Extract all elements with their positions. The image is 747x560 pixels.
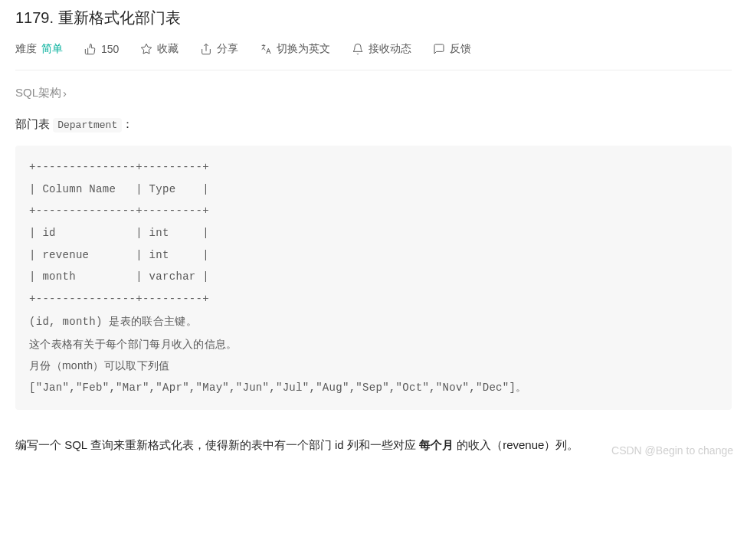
para-bold: 每个月 — [419, 438, 454, 451]
translate-button[interactable]: 切换为英文 — [260, 42, 330, 56]
schema-code-block: +---------------+---------+ | Column Nam… — [15, 146, 732, 410]
para-text: 的收入（revenue）列。 — [454, 438, 578, 451]
schema-months: ["Jan","Feb","Mar","Apr","May","Jun","Ju… — [29, 377, 718, 399]
sql-schema-link[interactable]: SQL架构 › — [15, 86, 67, 100]
subscribe-label: 接收动态 — [369, 42, 411, 56]
watermark: CSDN @Begin to change — [611, 444, 733, 457]
share-label: 分享 — [217, 42, 238, 56]
meta-bar: 难度 简单 150 收藏 分享 切换为英文 接收动态 反馈 — [15, 42, 732, 70]
schema-line: +---------------+---------+ — [29, 200, 718, 222]
subscribe-button[interactable]: 接收动态 — [352, 42, 411, 56]
desc-suffix: ： — [122, 117, 133, 130]
difficulty: 难度 简单 — [15, 42, 63, 56]
schema-line: +---------------+---------+ — [29, 156, 718, 178]
like-count: 150 — [101, 43, 119, 55]
schema-line: | Column Name | Type | — [29, 178, 718, 201]
schema-line: +---------------+---------+ — [29, 288, 718, 310]
chevron-right-icon: › — [63, 87, 67, 100]
schema-note: 这个表格有关于每个部门每月收入的信息。 — [29, 333, 718, 355]
like-button[interactable]: 150 — [84, 43, 119, 55]
share-icon — [200, 43, 212, 55]
para-text: 编写一个 SQL 查询来重新格式化表，使得新的表中有一个部门 id 列和一些对应 — [15, 438, 419, 451]
schema-note: (id, month) 是表的联合主键。 — [29, 310, 718, 333]
difficulty-label: 难度 — [15, 42, 37, 56]
translate-icon — [260, 43, 272, 55]
message-icon — [433, 43, 445, 55]
schema-link-label: SQL架构 — [15, 86, 61, 100]
thumbs-up-icon — [84, 43, 97, 55]
difficulty-value: 简单 — [41, 42, 63, 56]
schema-note: 月份（month）可以取下列值 — [29, 355, 718, 377]
schema-line: | id | int | — [29, 222, 718, 244]
schema-line: | month | varchar | — [29, 266, 718, 288]
schema-line: | revenue | int | — [29, 244, 718, 267]
favorite-button[interactable]: 收藏 — [140, 42, 179, 56]
star-icon — [140, 43, 152, 55]
favorite-label: 收藏 — [157, 42, 179, 56]
bell-icon — [352, 43, 364, 55]
desc-prefix: 部门表 — [15, 117, 53, 130]
table-description: 部门表 Department： — [15, 117, 732, 132]
problem-title: 1179. 重新格式化部门表 — [15, 8, 732, 28]
feedback-label: 反馈 — [450, 42, 471, 56]
feedback-button[interactable]: 反馈 — [433, 42, 471, 56]
share-button[interactable]: 分享 — [200, 42, 238, 56]
table-name-code: Department — [53, 118, 122, 133]
translate-label: 切换为英文 — [277, 42, 330, 56]
